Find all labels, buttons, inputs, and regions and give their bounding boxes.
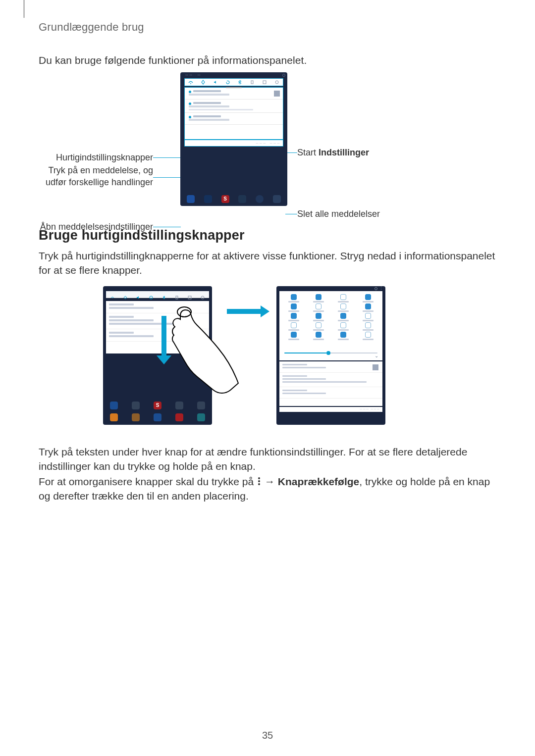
notification-item (106, 301, 209, 313)
rotate-icon (225, 80, 230, 85)
svg-point-4 (150, 296, 153, 299)
reading-mode-icon (262, 80, 267, 85)
more-options-icon: ⋮ (379, 287, 383, 290)
intro-paragraph: Du kan bruge følgende funktioner på info… (39, 54, 496, 66)
section-heading-quick-settings: Bruge hurtigindstillingsknapper (39, 228, 245, 243)
app-icon (132, 413, 140, 421)
qs-toggle (309, 303, 328, 312)
qs-toggle (334, 332, 353, 340)
qs-toggle (334, 322, 353, 331)
bluetooth-icon (237, 80, 242, 85)
sound-icon (213, 80, 218, 85)
notification-footer: — — — — — — (279, 407, 382, 412)
section-paragraph: Tryk på hurtigindstillingknapperne for a… (39, 249, 496, 278)
app-icon (110, 413, 118, 421)
qs-toggle (309, 332, 328, 340)
brightness-slider (284, 353, 377, 353)
quick-settings-row (184, 78, 283, 86)
notification-list (106, 301, 209, 351)
location-icon (201, 80, 206, 85)
callout-text: Slet alle meddelelser (297, 209, 380, 219)
app-icon (132, 402, 140, 409)
qs-toggle (284, 313, 303, 321)
qs-toggle (359, 322, 377, 331)
text-fragment: For at omorganisere knapper skal du tryk… (39, 476, 257, 487)
app-icon (110, 402, 118, 409)
page-corner-rule (24, 0, 24, 18)
app-icon (175, 402, 183, 409)
qs-toggle (359, 332, 377, 340)
dock-app-icon (256, 195, 264, 203)
qs-toggle (284, 332, 303, 340)
bold-button-order-label: Knaprækkefølge (278, 476, 360, 487)
more-options-vertical-dots-icon (257, 476, 262, 486)
quick-settings-grid: ⌄ (279, 291, 382, 360)
qs-toggle (359, 303, 377, 312)
qs-toggle (309, 313, 328, 321)
qs-toggle (334, 294, 353, 302)
qs-toggle (284, 322, 303, 331)
figure-notification-panel: Hurtigindstillingsknapper Tryk på en med… (0, 72, 535, 216)
notification-list (184, 87, 283, 140)
app-icon (197, 402, 205, 409)
chapter-title: Grundlæggende brug (39, 21, 144, 34)
svg-point-0 (190, 83, 191, 84)
callout-tap-notification: Tryk på en meddelelse, og udfør forskell… (28, 164, 153, 189)
app-dock (276, 413, 385, 424)
figure-swipe-quick-settings: — — — S ⋮ (39, 286, 496, 440)
chevron-down-icon: ⌄ (374, 353, 378, 358)
qs-toggle (309, 322, 328, 331)
callout-clear-all-notifications: Slet alle meddelelser (297, 208, 436, 220)
app-icon: S (154, 402, 161, 409)
notification-item (279, 387, 382, 399)
svg-rect-1 (251, 81, 253, 84)
flashlight-icon (274, 80, 279, 85)
notification-footer: — — — (106, 349, 209, 353)
callout-text: Hurtigindstillingsknapper (56, 152, 153, 162)
notification-footer: — — —— — — (184, 140, 283, 147)
callout-quick-settings-buttons: Hurtigindstillingsknapper (28, 151, 153, 163)
callout-text: Tryk på en meddelelse, og udfør forskell… (46, 165, 153, 187)
app-row: S (103, 400, 212, 411)
app-dock: S (180, 192, 287, 206)
quick-settings-row (106, 291, 209, 298)
device-screenshot: — — · · — (180, 72, 287, 206)
svg-rect-6 (188, 296, 191, 299)
paragraph-tap-label: Tryk på teksten under hver knap for at æ… (39, 445, 496, 474)
notification-item (279, 361, 382, 373)
svg-point-3 (275, 81, 278, 84)
status-bar: — — · · — (185, 73, 201, 76)
qs-toggle (359, 294, 377, 302)
app-icon (175, 413, 183, 421)
qs-toggle (334, 313, 353, 321)
app-icon (197, 413, 205, 421)
wifi-icon (188, 80, 193, 85)
qs-toggle (309, 294, 328, 302)
dock-app-icon (273, 195, 281, 203)
swipe-down-arrow-stem (161, 316, 166, 356)
notification-item (106, 313, 209, 329)
paragraph-reorganise: For at omorganisere knapper skal du tryk… (39, 474, 496, 504)
notification-list (279, 361, 382, 406)
svg-rect-2 (263, 81, 266, 84)
dock-app-icon (204, 195, 212, 203)
callout-launch-settings: Start Indstillinger (297, 147, 436, 158)
notification-item (279, 373, 382, 387)
swipe-down-arrow-head (157, 355, 171, 364)
app-dock (103, 412, 212, 423)
callout-text: Start Indstillinger (297, 148, 369, 157)
arrow-glyph: → (265, 476, 278, 487)
app-icon (154, 413, 161, 421)
dock-app-icon: S (221, 195, 229, 203)
svg-rect-5 (176, 296, 178, 299)
mobile-data-icon (250, 80, 255, 85)
qs-toggle (284, 294, 303, 302)
qs-toggle (359, 313, 377, 321)
notification-item (185, 113, 283, 125)
notification-item (106, 329, 209, 342)
dock-app-icon (238, 195, 246, 203)
settings-gear-icon (282, 74, 285, 77)
notification-item (185, 100, 283, 113)
qs-toggle (284, 303, 303, 312)
device-screenshot-after: ⋮ (276, 286, 385, 425)
